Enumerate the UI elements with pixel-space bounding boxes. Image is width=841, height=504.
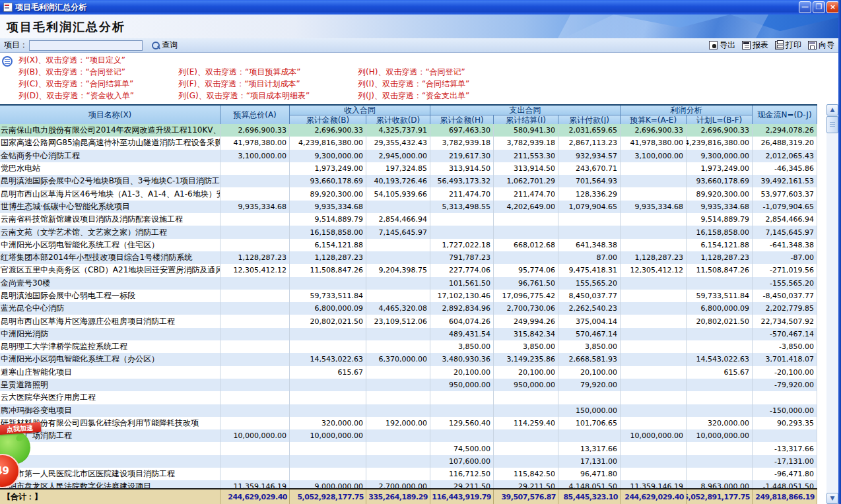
table-row[interactable]: 云南文苑（文学艺术馆、文艺家之家）消防工程16,158,858.007,145,… bbox=[0, 226, 817, 238]
value-cell[interactable]: 90,293.35 bbox=[753, 417, 817, 429]
value-cell[interactable]: 10,000,000.00 bbox=[220, 429, 290, 442]
value-cell[interactable]: 580,941.30 bbox=[494, 124, 558, 137]
value-cell[interactable]: 96,471.80 bbox=[558, 468, 621, 480]
value-cell[interactable] bbox=[687, 391, 753, 404]
value-cell[interactable] bbox=[220, 328, 290, 340]
value-cell[interactable] bbox=[220, 353, 290, 365]
value-cell[interactable] bbox=[290, 340, 366, 353]
value-cell[interactable]: 12,305,412.12 bbox=[220, 264, 290, 276]
value-cell[interactable]: 93,660,178.69 bbox=[687, 175, 753, 187]
value-cell[interactable]: 26,488,319.20 bbox=[753, 137, 817, 149]
value-cell[interactable] bbox=[621, 340, 687, 353]
value-cell[interactable] bbox=[621, 187, 687, 200]
value-cell[interactable]: 20,100.00 bbox=[494, 366, 558, 379]
table-row[interactable]: 昆明市西山区草海片区海源庄公租房项目消防工程20,802,021.5023,10… bbox=[0, 315, 817, 327]
scroll-down-button[interactable]: ▼ bbox=[826, 493, 838, 504]
table-row[interactable]: 云南省科技馆新馆建设项目消防及消防配套设施工程9,514,889.792,854… bbox=[0, 213, 817, 226]
value-cell[interactable]: 315,842.34 bbox=[494, 328, 558, 340]
table-row[interactable]: 昆明市第一人民医院北市区医院建设项目消防工程116,712.50115,842.… bbox=[0, 468, 817, 480]
value-cell[interactable] bbox=[621, 353, 687, 365]
value-cell[interactable] bbox=[366, 455, 430, 468]
value-cell[interactable]: 3,149,235.86 bbox=[494, 353, 558, 365]
value-cell[interactable] bbox=[621, 290, 687, 302]
value-cell[interactable] bbox=[366, 277, 430, 290]
project-name-cell[interactable]: 云南省科技馆新馆建设项目消防及消防配套设施工程 bbox=[0, 213, 220, 226]
ad-ribbon[interactable]: 点我加速 bbox=[0, 422, 41, 435]
value-cell[interactable]: 668,012.68 bbox=[494, 239, 558, 251]
value-cell[interactable] bbox=[290, 455, 366, 468]
value-cell[interactable] bbox=[621, 417, 687, 429]
table-row[interactable]: 沧恒基广场消防工程10,000,000.0010,000,000.0010,00… bbox=[0, 429, 817, 442]
value-cell[interactable]: -150,000.00 bbox=[753, 404, 817, 417]
value-cell[interactable] bbox=[220, 379, 290, 391]
value-cell[interactable] bbox=[621, 442, 687, 455]
value-cell[interactable] bbox=[558, 391, 621, 404]
value-cell[interactable] bbox=[366, 404, 430, 417]
table-row[interactable]: 云大医院华兴医疗用房工程 bbox=[0, 391, 817, 404]
value-cell[interactable]: 14,543,022.63 bbox=[687, 353, 753, 365]
value-cell[interactable]: 2,854,466.94 bbox=[753, 213, 817, 226]
value-cell[interactable]: -3,850.00 bbox=[753, 340, 817, 353]
table-row[interactable]: 蓝光昆仑中心消防6,800,000.094,465,320.082,892,83… bbox=[0, 302, 817, 315]
value-cell[interactable] bbox=[366, 290, 430, 302]
value-cell[interactable]: 489,431.54 bbox=[430, 328, 494, 340]
value-cell[interactable]: 9,300,000.00 bbox=[290, 150, 366, 162]
value-cell[interactable]: 20,802,021.50 bbox=[687, 315, 753, 327]
table-row[interactable]: 昆明市西山区草海片区46号地块（A1-3、A1-4、A1-6地块）安置89,92… bbox=[0, 187, 817, 200]
value-cell[interactable]: 1,727,022.18 bbox=[430, 239, 494, 251]
value-cell[interactable]: -8,450,037.77 bbox=[753, 290, 817, 302]
value-cell[interactable] bbox=[621, 468, 687, 480]
value-cell[interactable]: 6,370,000.00 bbox=[366, 353, 430, 365]
value-cell[interactable] bbox=[366, 468, 430, 480]
value-cell[interactable] bbox=[290, 328, 366, 340]
table-row[interactable]: 昆明滇池国际会展中心弱电工程一标段59,733,511.8417,102,130… bbox=[0, 290, 817, 302]
value-cell[interactable] bbox=[687, 340, 753, 353]
value-cell[interactable] bbox=[366, 328, 430, 340]
value-cell[interactable] bbox=[366, 366, 430, 379]
value-cell[interactable]: 129,560.40 bbox=[430, 417, 494, 429]
value-cell[interactable] bbox=[430, 226, 494, 238]
value-cell[interactable]: 8,963,000.00 bbox=[687, 480, 753, 488]
value-cell[interactable]: -87.00 bbox=[753, 251, 817, 264]
value-cell[interactable] bbox=[366, 340, 430, 353]
value-cell[interactable]: -271,019.56 bbox=[753, 264, 817, 276]
report-button[interactable]: 报表 bbox=[742, 40, 768, 51]
project-name-cell[interactable]: 腾冲玛御谷变电项目 bbox=[0, 404, 220, 417]
value-cell[interactable]: 89,920,300.00 bbox=[687, 187, 753, 200]
table-row[interactable]: 金钻商务中心消防工程3,100,000.009,300,000.002,945,… bbox=[0, 150, 817, 162]
value-cell[interactable] bbox=[558, 429, 621, 442]
value-cell[interactable]: 8,450,037.77 bbox=[558, 290, 621, 302]
value-cell[interactable]: 9,514,889.79 bbox=[290, 213, 366, 226]
project-name-cell[interactable]: 昆明市西山区草海片区46号地块（A1-3、A1-4、A1-6地块）安置 bbox=[0, 187, 220, 200]
value-cell[interactable]: 1,128,287.23 bbox=[220, 251, 290, 264]
value-cell[interactable]: -1,079,904.65 bbox=[753, 201, 817, 213]
value-cell[interactable]: 23,109,512.06 bbox=[366, 315, 430, 327]
value-cell[interactable]: 79,920.00 bbox=[558, 379, 621, 391]
value-cell[interactable]: 1,079,904.65 bbox=[558, 201, 621, 213]
value-cell[interactable]: 4,465,320.08 bbox=[366, 302, 430, 315]
value-cell[interactable]: 11,359,146.19 bbox=[220, 480, 290, 488]
value-cell[interactable]: -17,131.00 bbox=[753, 455, 817, 468]
search-icon[interactable] bbox=[152, 42, 160, 49]
value-cell[interactable]: -79,920.00 bbox=[753, 379, 817, 391]
value-cell[interactable]: 150,000.00 bbox=[558, 404, 621, 417]
value-cell[interactable]: 192,000.00 bbox=[366, 417, 430, 429]
value-cell[interactable]: 1,128,287.23 bbox=[621, 251, 687, 264]
value-cell[interactable] bbox=[687, 328, 753, 340]
value-cell[interactable] bbox=[366, 442, 430, 455]
value-cell[interactable]: 12,305,412.12 bbox=[621, 264, 687, 276]
table-row[interactable]: 昆明滇池国际会展中心2号地块B项目、3号地块C-1项目消防工程93,660,17… bbox=[0, 175, 817, 187]
wizard-button[interactable]: 向导 bbox=[808, 40, 834, 51]
value-cell[interactable]: 9,475,418.31 bbox=[558, 264, 621, 276]
value-cell[interactable] bbox=[494, 455, 558, 468]
value-cell[interactable]: 59,733,511.84 bbox=[290, 290, 366, 302]
value-cell[interactable]: 41,978,380.00 bbox=[621, 137, 687, 149]
value-cell[interactable] bbox=[494, 442, 558, 455]
value-cell[interactable] bbox=[558, 213, 621, 226]
value-cell[interactable]: 29,211.50 bbox=[430, 480, 494, 488]
project-name-cell[interactable]: 呈贡道路照明 bbox=[0, 379, 220, 391]
value-cell[interactable]: 2,202,779.85 bbox=[753, 302, 817, 315]
value-cell[interactable]: 2,262,540.23 bbox=[558, 302, 621, 315]
accelerator-ad-overlay[interactable]: 点我加速 49 bbox=[0, 416, 46, 495]
value-cell[interactable]: 20,100.00 bbox=[558, 366, 621, 379]
